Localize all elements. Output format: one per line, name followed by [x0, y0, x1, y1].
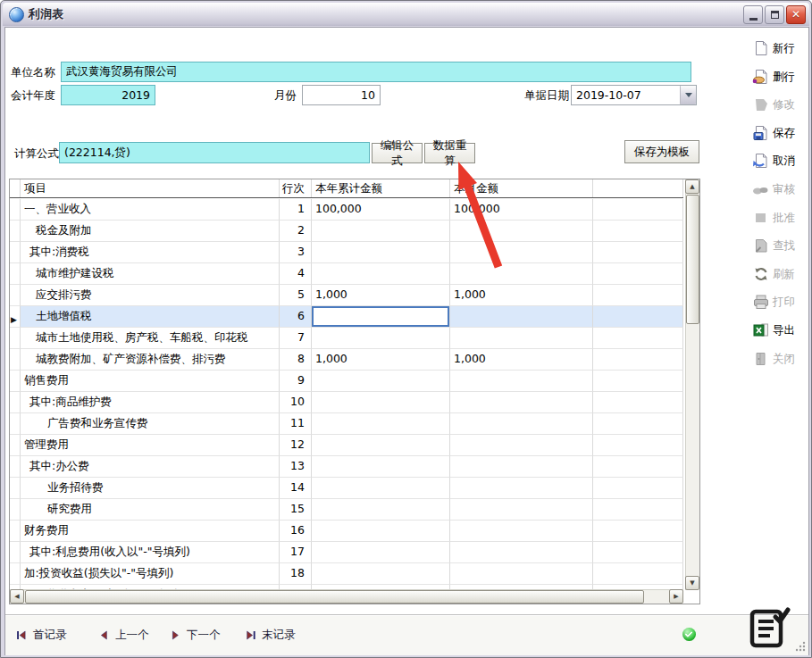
maximize-button[interactable]: [765, 5, 784, 24]
table-row[interactable]: 应交排污费51,0001,000: [10, 285, 683, 306]
sidebar-button-modify[interactable]: 修改: [752, 93, 808, 116]
ytd-amount-cell[interactable]: [312, 371, 450, 392]
table-row[interactable]: ▶土地增值税6: [10, 306, 683, 328]
ytd-amount-cell[interactable]: [312, 392, 450, 413]
scroll-up-icon[interactable]: ▲: [685, 179, 699, 194]
month-amount-cell[interactable]: [450, 371, 593, 392]
ytd-amount-cell[interactable]: 1,000: [312, 349, 450, 371]
ytd-amount-cell[interactable]: [312, 563, 450, 585]
extra-cell[interactable]: [593, 413, 683, 435]
extra-cell[interactable]: [593, 285, 683, 306]
line-no-cell[interactable]: 10: [280, 392, 312, 413]
sidebar-button-find[interactable]: 查找: [752, 234, 808, 257]
fiscal-year-input[interactable]: [61, 85, 155, 105]
table-row[interactable]: 其中:办公费13: [10, 456, 683, 478]
row-selector-cell[interactable]: [10, 371, 21, 392]
horizontal-scroll-thumb[interactable]: [25, 590, 644, 604]
resize-grip[interactable]: [795, 641, 806, 652]
item-cell[interactable]: 其中:消费税: [21, 242, 280, 263]
row-selector-cell[interactable]: ▶: [10, 306, 21, 328]
doc-date-combobox[interactable]: 2019-10-07: [571, 85, 697, 105]
sidebar-button-close-window[interactable]: 关闭: [752, 347, 808, 371]
extra-cell[interactable]: [593, 199, 683, 221]
ytd-amount-cell[interactable]: [312, 413, 450, 435]
item-cell[interactable]: 税金及附加: [21, 221, 280, 242]
horizontal-scrollbar[interactable]: ◀ ▶: [10, 589, 683, 604]
extra-cell[interactable]: [593, 371, 683, 392]
row-selector-cell[interactable]: [10, 413, 21, 435]
month-amount-cell[interactable]: 1,000: [450, 285, 593, 306]
extra-cell[interactable]: [593, 563, 683, 585]
sidebar-button-save[interactable]: 保存: [752, 121, 808, 145]
line-no-cell[interactable]: 1: [280, 199, 312, 221]
row-selector-cell[interactable]: [10, 456, 21, 478]
nav-next-record-button[interactable]: 下一个: [170, 628, 221, 643]
row-selector-cell[interactable]: [10, 521, 21, 542]
extra-cell[interactable]: [593, 435, 683, 456]
month-amount-cell[interactable]: [450, 413, 593, 435]
month-amount-cell[interactable]: [450, 306, 593, 328]
formula-input[interactable]: [59, 142, 370, 163]
nav-last-record-button[interactable]: 末记录: [245, 628, 296, 643]
sidebar-button-print[interactable]: 打印: [752, 290, 808, 313]
extra-cell[interactable]: [593, 328, 683, 349]
item-cell[interactable]: 其中:利息费用(收入以"-"号填列): [21, 542, 280, 563]
line-no-cell[interactable]: 7: [280, 328, 312, 349]
month-amount-cell[interactable]: [450, 456, 593, 478]
line-no-cell[interactable]: 13: [280, 456, 312, 478]
item-cell[interactable]: 其中:商品维护费: [21, 392, 280, 413]
month-amount-cell[interactable]: [450, 435, 593, 456]
line-no-cell[interactable]: 14: [280, 478, 312, 499]
month-amount-cell[interactable]: [450, 392, 593, 413]
item-cell[interactable]: 财务费用: [21, 521, 280, 542]
line-no-cell[interactable]: 4: [280, 263, 312, 285]
line-no-cell[interactable]: 17: [280, 542, 312, 563]
month-amount-cell[interactable]: [450, 521, 593, 542]
row-selector-cell[interactable]: [10, 221, 21, 242]
month-amount-cell[interactable]: [450, 542, 593, 563]
ytd-amount-cell[interactable]: [312, 478, 450, 499]
unit-name-input[interactable]: [61, 62, 691, 82]
row-selector-cell[interactable]: [10, 328, 21, 349]
item-cell[interactable]: 其中:办公费: [21, 456, 280, 478]
table-row[interactable]: 其中:利息费用(收入以"-"号填列)17: [10, 542, 683, 563]
scroll-right-icon[interactable]: ▶: [669, 589, 683, 604]
line-no-cell[interactable]: 16: [280, 521, 312, 542]
vertical-scroll-thumb[interactable]: [686, 195, 699, 324]
line-no-cell[interactable]: 2: [280, 221, 312, 242]
extra-cell[interactable]: [593, 221, 683, 242]
table-row[interactable]: 其中:商品维护费10: [10, 392, 683, 413]
row-selector-cell[interactable]: [10, 199, 21, 221]
line-no-cell[interactable]: 3: [280, 242, 312, 263]
item-cell[interactable]: 应交排污费: [21, 285, 280, 306]
minimize-button[interactable]: [743, 5, 763, 24]
item-cell[interactable]: 广告费和业务宣传费: [21, 413, 280, 435]
item-cell[interactable]: 销售费用: [21, 371, 280, 392]
ytd-amount-cell[interactable]: 1,000: [312, 285, 450, 306]
extra-cell[interactable]: [593, 499, 683, 521]
vertical-scrollbar[interactable]: ▲ ▼: [685, 179, 699, 590]
row-selector-cell[interactable]: [10, 499, 21, 521]
ytd-amount-cell[interactable]: [312, 263, 450, 285]
nav-first-record-button[interactable]: 首记录: [16, 628, 67, 643]
sidebar-button-export-excel[interactable]: 导出: [752, 319, 808, 342]
ytd-amount-cell[interactable]: [312, 456, 450, 478]
extra-cell[interactable]: [593, 392, 683, 413]
sidebar-button-cancel[interactable]: 取消: [752, 149, 808, 172]
table-row[interactable]: 广告费和业务宣传费11: [10, 413, 683, 435]
extra-cell[interactable]: [593, 456, 683, 478]
recalculate-button[interactable]: 数据重算: [424, 143, 475, 163]
sidebar-button-approve[interactable]: 批准: [752, 206, 808, 229]
ytd-amount-cell[interactable]: [312, 499, 450, 521]
ytd-amount-cell[interactable]: [312, 542, 450, 563]
close-button[interactable]: ✕: [786, 5, 806, 24]
month-amount-cell[interactable]: 100,000: [450, 199, 593, 221]
extra-cell[interactable]: [593, 263, 683, 285]
month-amount-cell[interactable]: 1,000: [450, 349, 593, 371]
line-no-cell[interactable]: 11: [280, 413, 312, 435]
extra-cell[interactable]: [593, 242, 683, 263]
scroll-down-icon[interactable]: ▼: [685, 576, 699, 590]
table-row[interactable]: 城市维护建设税4: [10, 263, 683, 285]
extra-cell[interactable]: [593, 306, 683, 328]
item-cell[interactable]: 城教费附加、矿产资源补偿费、排污费: [21, 349, 280, 371]
